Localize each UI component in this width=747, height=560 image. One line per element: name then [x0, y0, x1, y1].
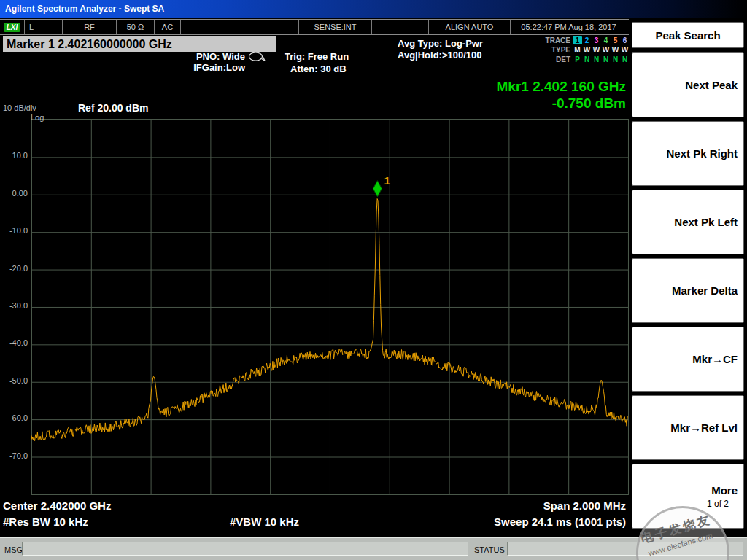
trace-5-indicator: 5 — [611, 36, 620, 44]
marker-1-number: 1 — [384, 174, 390, 187]
det-3: N — [592, 55, 601, 63]
msg-label: MSG — [4, 545, 23, 554]
trace-legend: TRACE 1 2 3 4 5 6 TYPE M W W W W W DET P… — [541, 36, 630, 64]
status-l: L — [25, 20, 63, 34]
atten-label: Atten: 30 dB — [290, 63, 349, 75]
ref-level-label: Ref 20.00 dBm — [78, 102, 148, 114]
det-6: N — [620, 55, 630, 63]
status-label: STATUS — [474, 545, 505, 554]
sweep-annotation: Sweep 24.1 ms (1001 pts) — [494, 516, 626, 528]
status-empty-2 — [239, 20, 299, 34]
det-4: N — [601, 55, 611, 63]
more-page-indicator: 1 of 2 — [707, 499, 738, 509]
marker-amplitude-text: -0.750 dBm — [497, 95, 626, 112]
status-empty-3 — [372, 20, 429, 34]
y-tick-m30: -30.0 — [0, 301, 28, 310]
softkey-next-pk-right[interactable]: Next Pk Right — [632, 121, 744, 186]
softkey-menu-title: Peak Search — [632, 22, 744, 48]
y-tick-10: 10.0 — [0, 151, 28, 160]
status-bar: LXI L RF 50 Ω AC SENSE:INT ALIGN AUTO 05… — [0, 19, 629, 35]
lxi-indicator: LXI — [0, 20, 25, 34]
sweep-type-icon — [248, 52, 266, 61]
scale-label: 10 dB/div — [3, 104, 36, 112]
type-2: W — [582, 46, 592, 54]
trace-row: TRACE 1 2 3 4 5 6 — [541, 36, 630, 45]
marker-1-diamond — [373, 181, 382, 197]
type-row-label: TYPE — [541, 46, 570, 54]
type-row: TYPE M W W W W W — [541, 45, 630, 55]
det-5: N — [611, 55, 620, 63]
rbw-annotation: #Res BW 10 kHz — [3, 516, 88, 528]
status-footer: MSG STATUS — [0, 537, 747, 560]
type-6: W — [620, 46, 630, 54]
softkey-panel: Peak Search Next Peak Next Pk Right Next… — [630, 0, 746, 537]
span-annotation: Span 2.000 MHz — [543, 499, 626, 512]
trace-1-indicator: 1 — [573, 36, 582, 44]
type-3: W — [592, 46, 601, 54]
status-impedance: 50 Ω — [117, 20, 155, 34]
status-input-rf: RF — [63, 20, 117, 34]
trace-1 — [31, 199, 628, 441]
type-4: W — [601, 46, 611, 54]
vbw-annotation: #VBW 10 kHz — [230, 516, 299, 528]
det-1: P — [573, 55, 582, 63]
log-label: Log — [31, 113, 44, 122]
trace-3-indicator: 3 — [592, 36, 601, 44]
softkey-marker-delta[interactable]: Marker Delta — [632, 258, 744, 323]
y-tick-m60: -60.0 — [0, 413, 28, 422]
softkey-next-pk-left[interactable]: Next Pk Left — [632, 190, 744, 254]
spectrum-analyzer-screen: Agilent Spectrum Analyzer - Swept SA LXI… — [0, 0, 747, 560]
avg-type-label: Avg Type: Log-Pwr — [398, 38, 483, 50]
type-5: W — [611, 46, 620, 54]
y-tick-m10: -10.0 — [0, 226, 28, 235]
marker-freq-text: Mkr1 2.402 160 GHz — [497, 78, 626, 95]
spectrum-graticule: 1 — [31, 119, 629, 495]
trig-label: Trig: Free Run — [285, 50, 349, 63]
marker-frequency-readout: Marker 1 2.402160000000 GHz — [3, 36, 276, 52]
window-title: Agilent Spectrum Analyzer - Swept SA — [5, 4, 164, 14]
avg-hold-label: Avg|Hold:>100/100 — [398, 50, 483, 61]
average-block: Avg Type: Log-Pwr Avg|Hold:>100/100 — [398, 38, 483, 61]
marker-readout: Mkr1 2.402 160 GHz -0.750 dBm — [497, 78, 626, 112]
status-datetime: 05:22:47 PM Aug 18, 2017 — [511, 20, 627, 34]
det-row-label: DET — [541, 55, 570, 63]
center-freq-annotation: Center 2.402000 GHz — [3, 499, 111, 512]
trace-4-indicator: 4 — [601, 36, 611, 44]
lxi-logo: LXI — [4, 23, 21, 32]
softkey-mkr-to-ref[interactable]: Mkr→Ref Lvl — [632, 395, 744, 460]
status-coupling: AC — [155, 20, 181, 34]
y-tick-m40: -40.0 — [0, 338, 28, 347]
trigger-block: Trig: Free Run Atten: 30 dB — [285, 50, 349, 75]
status-align: ALIGN AUTO — [429, 20, 511, 34]
status-empty-1 — [181, 20, 239, 34]
y-tick-m50: -50.0 — [0, 376, 28, 385]
trace-row-label: TRACE — [541, 36, 570, 44]
pno-block: PNO: Wide IFGain:Low — [143, 51, 266, 73]
type-1: M — [573, 46, 582, 54]
y-tick-0: 0.00 — [0, 189, 28, 198]
det-2: N — [582, 55, 592, 63]
y-tick-m20: -20.0 — [0, 264, 28, 273]
det-row: DET P N N N N N — [541, 55, 630, 64]
more-label: More — [711, 484, 738, 497]
status-sense: SENSE:INT — [299, 20, 372, 34]
ifgain-label: IFGain:Low — [143, 62, 266, 73]
trace-6-indicator: 6 — [620, 36, 630, 44]
softkey-mkr-to-cf[interactable]: Mkr→CF — [632, 327, 744, 392]
softkey-next-peak[interactable]: Next Peak — [632, 52, 744, 117]
y-tick-m70: -70.0 — [0, 451, 28, 460]
trace-2-indicator: 2 — [582, 36, 592, 44]
msg-field — [22, 542, 468, 556]
pno-label: PNO: Wide — [196, 51, 245, 62]
